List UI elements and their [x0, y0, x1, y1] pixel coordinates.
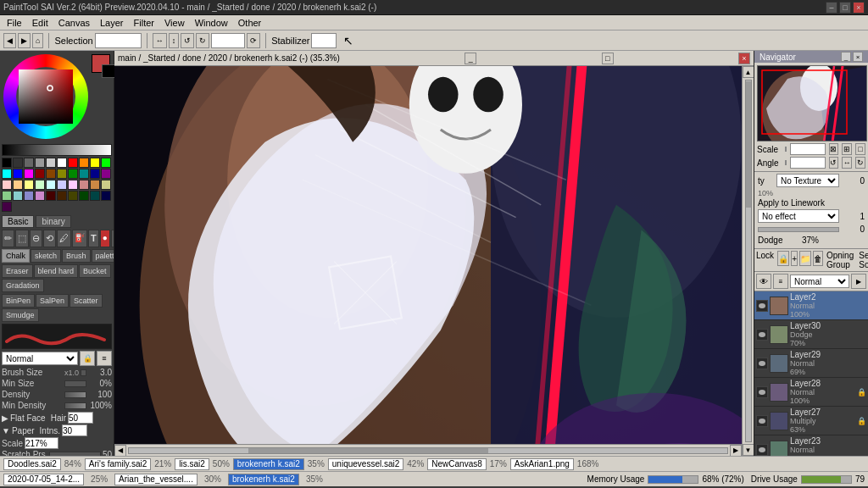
toolbar-home-btn[interactable]: ⌂ — [32, 33, 43, 48]
color-swatch[interactable] — [90, 169, 100, 179]
angle-input[interactable]: 0.0° — [211, 33, 245, 48]
color-swatch[interactable] — [46, 180, 56, 190]
effect-slider[interactable] — [758, 227, 839, 232]
color-swatch[interactable] — [57, 169, 67, 179]
nav-scale-100[interactable]: □ — [855, 143, 865, 155]
intns-input[interactable] — [62, 424, 87, 436]
color-swatch[interactable] — [101, 169, 111, 179]
color-swatch[interactable] — [2, 191, 12, 201]
menu-window[interactable]: Window — [190, 17, 233, 29]
brush-palette[interactable]: palette — [92, 249, 114, 263]
brush-smudge[interactable]: Smudge — [2, 308, 39, 322]
vscroll-thumb[interactable] — [746, 81, 751, 208]
canvas-content[interactable] — [114, 66, 742, 444]
blend-cfg-btn[interactable]: ≡ — [97, 351, 112, 366]
close-button[interactable]: × — [853, 2, 865, 14]
minimize-button[interactable]: – — [826, 2, 837, 14]
fg-color-box[interactable] — [92, 54, 115, 78]
nav-pin-btn[interactable]: _ — [841, 52, 851, 62]
tool-text[interactable]: T — [88, 230, 99, 247]
tool-fill[interactable]: ⛽ — [72, 230, 87, 247]
tool-select-rect[interactable]: ⬚ — [15, 230, 29, 247]
menu-other[interactable]: Other — [233, 17, 267, 29]
color-swatch[interactable] — [13, 169, 23, 179]
tab-basic[interactable]: Basic — [2, 215, 34, 228]
vscroll-up-btn[interactable]: ▲ — [743, 66, 754, 78]
brush-chalk[interactable]: Chalk — [2, 249, 30, 263]
color-swatch[interactable] — [35, 180, 45, 190]
layer-ref-toggle[interactable]: ≡ — [773, 274, 788, 289]
blend-mode-select[interactable]: Normal — [2, 352, 78, 365]
flip-h-btn[interactable]: ↔ — [153, 33, 167, 48]
layer-item[interactable]: Layer29 Normal69% — [754, 349, 868, 378]
layer-eye-btn[interactable] — [756, 415, 768, 427]
nav-angle-cw[interactable]: ↻ — [855, 157, 865, 169]
hscroll-thumb[interactable] — [248, 448, 487, 453]
layer-eye-btn[interactable] — [756, 329, 768, 341]
layer-eye-toggle[interactable]: 👁 — [756, 274, 771, 289]
layer-eye-btn[interactable] — [756, 300, 768, 312]
layer-item[interactable]: Layer2 Normal100% — [754, 291, 868, 320]
canvas-hscroll[interactable]: ◀ ▶ — [114, 444, 742, 456]
canvas-close-btn[interactable]: × — [738, 53, 750, 64]
brush-binpen[interactable]: BinPen — [2, 294, 35, 308]
hscroll-right-btn[interactable]: ▶ — [730, 445, 742, 457]
rotate-ccw-btn[interactable]: ↺ — [181, 33, 194, 48]
color-swatch[interactable] — [101, 158, 111, 168]
color-swatch[interactable] — [101, 191, 111, 201]
file-tab-lis[interactable]: lis.sai2 — [175, 458, 209, 470]
file-tab-doodles[interactable]: Doodles.sai2 — [3, 458, 61, 470]
bottom-file1[interactable]: 2020-07-05_14-2... — [3, 474, 84, 485]
color-picker[interactable] — [0, 51, 114, 142]
min-density-slider[interactable] — [64, 402, 86, 409]
nav-angle-input[interactable]: 0° — [790, 157, 826, 169]
color-swatch[interactable] — [57, 158, 67, 168]
menu-view[interactable]: View — [159, 17, 190, 29]
brush-bucket[interactable]: Bucket — [79, 264, 111, 278]
color-swatch[interactable] — [2, 202, 12, 212]
color-swatch[interactable] — [35, 169, 45, 179]
menu-layer[interactable]: Layer — [95, 17, 129, 29]
nav-angle-ccw[interactable]: ↺ — [829, 157, 839, 169]
color-wheel-container[interactable] — [3, 54, 88, 139]
color-swatch[interactable] — [2, 158, 12, 168]
layer-eye-btn[interactable] — [756, 386, 768, 398]
color-swatch[interactable] — [35, 191, 45, 201]
color-swatch[interactable] — [90, 191, 100, 201]
color-swatch[interactable] — [35, 158, 45, 168]
color-swatch[interactable] — [46, 158, 56, 168]
flip-v-btn[interactable]: ↕ — [169, 33, 180, 48]
color-swatch[interactable] — [46, 169, 56, 179]
color-swatch[interactable] — [68, 158, 78, 168]
brush-size-slider[interactable] — [81, 369, 86, 376]
color-swatch[interactable] — [79, 169, 89, 179]
rotate-cw-btn[interactable]: ↻ — [196, 33, 209, 48]
hscroll-left-btn[interactable]: ◀ — [114, 445, 126, 457]
hair-input[interactable] — [68, 412, 93, 424]
canvas-vscroll[interactable]: ▲ ▼ — [742, 66, 754, 456]
tool-color-red[interactable]: ● — [100, 230, 110, 247]
brush-brush[interactable]: Brush — [62, 249, 91, 263]
min-size-slider[interactable] — [64, 380, 86, 387]
color-swatch[interactable] — [13, 158, 23, 168]
brush-sketch[interactable]: sketch — [31, 249, 61, 263]
layer-more-btn[interactable]: ▶ — [851, 274, 866, 289]
nav-close-btn[interactable]: × — [853, 52, 863, 62]
canvas-maximize-btn[interactable]: □ — [602, 53, 614, 64]
no-effect-select[interactable]: No effect — [758, 209, 839, 223]
file-tab-askarian[interactable]: AskArian1.png — [510, 458, 574, 470]
density-slider[interactable] — [64, 391, 86, 398]
layer-blend-mode[interactable]: Normal Multiply Overlay Dodge Pass — [790, 274, 849, 288]
file-tab-newcanvas[interactable]: NewCanvas8 — [427, 458, 486, 470]
color-swatch[interactable] — [101, 180, 111, 190]
vscroll-down-btn[interactable]: ▼ — [743, 444, 754, 456]
bottom-file2[interactable]: Arian_the_vessel.... — [114, 474, 198, 485]
color-swatch[interactable] — [90, 158, 100, 168]
layer-item[interactable]: Layer23 Normal100% — [754, 435, 868, 456]
file-tab-aris[interactable]: Ari's family.sai2 — [85, 458, 151, 470]
texture-select[interactable]: No Texture — [776, 174, 839, 187]
delete-layer-btn[interactable]: 🗑 — [813, 251, 823, 266]
nav-scale-slider[interactable] — [785, 147, 787, 152]
scratch-slider[interactable] — [49, 452, 100, 457]
texture-toggle[interactable]: ▶ Flat Face — [2, 413, 46, 423]
